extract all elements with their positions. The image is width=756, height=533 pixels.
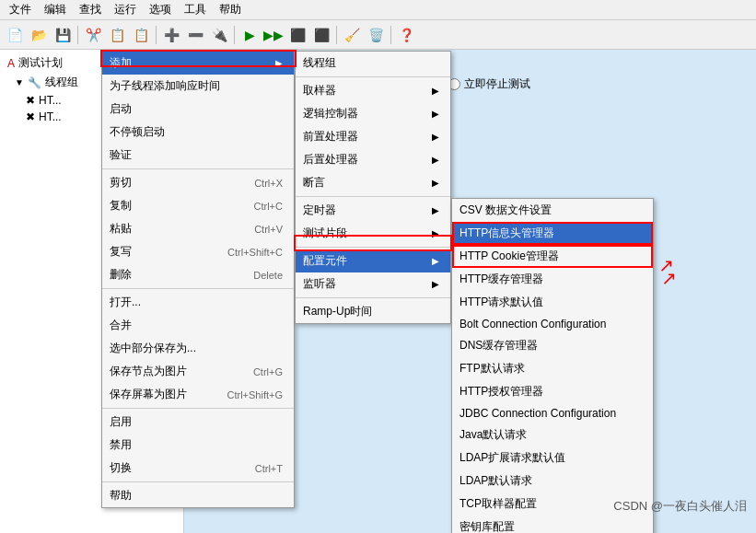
radio-stop-now[interactable]: 立即停止测试 bbox=[448, 76, 530, 92]
sub3-csv[interactable]: CSV 数据文件设置 bbox=[452, 199, 653, 222]
sub3-ftp-defaults[interactable]: FTP默认请求 bbox=[452, 357, 653, 380]
toolbar-collapse[interactable]: ➖ bbox=[184, 24, 206, 46]
toolbar-copy[interactable]: 📋 bbox=[106, 24, 128, 46]
toolbar: 📄 📂 💾 ✂️ 📋 📋 ➕ ➖ 🔌 ▶ ▶▶ ⬛ ⬛ 🧹 🗑️ ❓ bbox=[0, 20, 756, 50]
sub3-http-cookie[interactable]: HTTP Cookie管理器 bbox=[452, 245, 653, 268]
ctx-duplicate[interactable]: 复写 Ctrl+Shift+C bbox=[102, 240, 294, 263]
toolbar-start[interactable]: ▶ bbox=[238, 24, 261, 46]
menu-find[interactable]: 查找 bbox=[74, 0, 107, 19]
sub2-sep1 bbox=[296, 76, 450, 77]
sub2-thread-group[interactable]: 线程组 bbox=[296, 52, 450, 75]
ht2-icon: ✖ bbox=[26, 110, 35, 123]
ctx-paste[interactable]: 粘贴 Ctrl+V bbox=[102, 217, 294, 240]
toolbar-remote[interactable]: 🔌 bbox=[208, 24, 230, 46]
toolbar-sep1 bbox=[77, 26, 78, 44]
menu-run[interactable]: 运行 bbox=[109, 0, 142, 19]
sub2-sep3 bbox=[296, 247, 450, 248]
ctx-help[interactable]: 帮助 bbox=[102, 484, 294, 507]
ctx-enable[interactable]: 启用 bbox=[102, 411, 294, 434]
toolbar-shutdown[interactable]: ⬛ bbox=[310, 24, 332, 46]
ctx-start-no-pause[interactable]: 不停顿启动 bbox=[102, 121, 294, 144]
toolbar-open[interactable]: 📂 bbox=[28, 24, 50, 46]
sub2-listener[interactable]: 监听器 ▶ bbox=[296, 272, 450, 295]
toolbar-expand[interactable]: ➕ bbox=[160, 24, 182, 46]
thread-group-icon: 🔧 bbox=[28, 76, 41, 89]
thread-group-arrow: ▼ bbox=[15, 77, 24, 87]
sub2-timer[interactable]: 定时器 ▶ bbox=[296, 199, 450, 222]
toolbar-sep2 bbox=[156, 26, 157, 44]
ctx-toggle[interactable]: 切换 Ctrl+T bbox=[102, 457, 294, 480]
menu-options[interactable]: 选项 bbox=[144, 0, 177, 19]
sub2-sampler[interactable]: 取样器 ▶ bbox=[296, 79, 450, 102]
sub2-assertion[interactable]: 断言 ▶ bbox=[296, 171, 450, 194]
sub2-test-fragment[interactable]: 测试片段 ▶ bbox=[296, 222, 450, 245]
context-menu-1: 添加 ▶ 为子线程添加响应时间 启动 不停顿启动 验证 剪切 Ctrl+X 复制… bbox=[101, 51, 295, 508]
sub2-sep4 bbox=[296, 297, 450, 298]
sub2-config-element[interactable]: 配置元件 ▶ bbox=[296, 249, 450, 272]
toolbar-cut[interactable]: ✂️ bbox=[82, 24, 104, 46]
sub2-logic-ctrl[interactable]: 逻辑控制器 ▶ bbox=[296, 102, 450, 125]
menu-tools[interactable]: 工具 bbox=[179, 0, 212, 19]
tree-plan-icon: A bbox=[7, 57, 15, 70]
toolbar-sep4 bbox=[336, 26, 337, 44]
toolbar-clear-all[interactable]: 🗑️ bbox=[365, 24, 387, 46]
toolbar-new[interactable]: 📄 bbox=[4, 24, 26, 46]
ctx-save-node-img[interactable]: 保存节点为图片 Ctrl+G bbox=[102, 360, 294, 383]
ctx-open[interactable]: 打开... bbox=[102, 291, 294, 314]
ctx-sep3 bbox=[102, 408, 294, 409]
toolbar-start-no-pause[interactable]: ▶▶ bbox=[262, 24, 285, 46]
ctx-merge[interactable]: 合并 bbox=[102, 314, 294, 337]
ctx-sep1 bbox=[102, 168, 294, 169]
toolbar-save[interactable]: 💾 bbox=[52, 24, 74, 46]
ctx-start[interactable]: 启动 bbox=[102, 98, 294, 121]
ctx-sep2 bbox=[102, 288, 294, 289]
menu-file[interactable]: 文件 bbox=[4, 0, 37, 19]
sub3-bolt-connection[interactable]: Bolt Connection Configuration bbox=[452, 314, 653, 334]
ctx-add[interactable]: 添加 ▶ bbox=[102, 52, 294, 75]
sub3-http-auth[interactable]: HTTP授权管理器 bbox=[452, 380, 653, 403]
toolbar-sep5 bbox=[390, 26, 391, 44]
sub3-tcp-sampler[interactable]: TCP取样器配置 bbox=[452, 492, 653, 516]
sub3-http-header[interactable]: HTTP信息头管理器 bbox=[452, 222, 653, 245]
ctx-disable[interactable]: 禁用 bbox=[102, 434, 294, 457]
ht1-label: HT... bbox=[39, 94, 62, 107]
ctx-cut[interactable]: 剪切 Ctrl+X bbox=[102, 171, 294, 194]
tree-plan-label: 测试计划 bbox=[18, 55, 63, 71]
toolbar-sep3 bbox=[234, 26, 235, 44]
sub3-http-defaults[interactable]: HTTP请求默认值 bbox=[452, 291, 653, 314]
ctx-copy[interactable]: 复制 Ctrl+C bbox=[102, 194, 294, 217]
ctx-add-response-time[interactable]: 为子线程添加响应时间 bbox=[102, 75, 294, 98]
sub3-http-cache[interactable]: HTTP缓存管理器 bbox=[452, 268, 653, 291]
ctx-delete[interactable]: 删除 Delete bbox=[102, 263, 294, 286]
menu-bar: 文件 编辑 查找 运行 选项 工具 帮助 bbox=[0, 0, 756, 20]
ctx-save-screen-img[interactable]: 保存屏幕为图片 Ctrl+Shift+G bbox=[102, 383, 294, 406]
ctx-sep4 bbox=[102, 481, 294, 482]
toolbar-help[interactable]: ❓ bbox=[395, 24, 417, 46]
sub3-ldap-defaults[interactable]: LDAP默认请求 bbox=[452, 469, 653, 492]
menu-help[interactable]: 帮助 bbox=[214, 0, 247, 19]
ht1-icon: ✖ bbox=[26, 94, 35, 107]
sub3-dns-cache[interactable]: DNS缓存管理器 bbox=[452, 334, 653, 357]
toolbar-stop[interactable]: ⬛ bbox=[286, 24, 308, 46]
toolbar-clear[interactable]: 🧹 bbox=[341, 24, 363, 46]
thread-group-label: 线程组 bbox=[45, 75, 78, 90]
ht2-label: HT... bbox=[39, 110, 62, 123]
sub2-sep2 bbox=[296, 196, 450, 197]
toolbar-paste[interactable]: 📋 bbox=[130, 24, 152, 46]
sub2-post-processor[interactable]: 后置处理器 ▶ bbox=[296, 148, 450, 171]
menu-edit[interactable]: 编辑 bbox=[39, 0, 72, 19]
sub2-ramp-up[interactable]: Ramp-Up时间 bbox=[296, 300, 450, 323]
ctx-validate[interactable]: 验证 bbox=[102, 144, 294, 167]
app-window: 文件 编辑 查找 运行 选项 工具 帮助 📄 📂 💾 ✂️ 📋 📋 ➕ ➖ 🔌 … bbox=[0, 0, 756, 533]
submenu-2: 线程组 取样器 ▶ 逻辑控制器 ▶ 前置处理器 ▶ 后置处理器 ▶ 断言 ▶ 定… bbox=[295, 51, 451, 324]
sub2-pre-processor[interactable]: 前置处理器 ▶ bbox=[296, 125, 450, 148]
sub3-ldap-ext[interactable]: LDAP扩展请求默认值 bbox=[452, 446, 653, 469]
sub3-jdbc-connection[interactable]: JDBC Connection Configuration bbox=[452, 403, 653, 423]
sub3-java-defaults[interactable]: Java默认请求 bbox=[452, 423, 653, 446]
submenu-3: CSV 数据文件设置 HTTP信息头管理器 HTTP Cookie管理器 HTT… bbox=[451, 198, 654, 533]
sub3-keystore[interactable]: 密钥库配置 bbox=[452, 516, 653, 533]
ctx-save-selection[interactable]: 选中部分保存为... bbox=[102, 337, 294, 360]
